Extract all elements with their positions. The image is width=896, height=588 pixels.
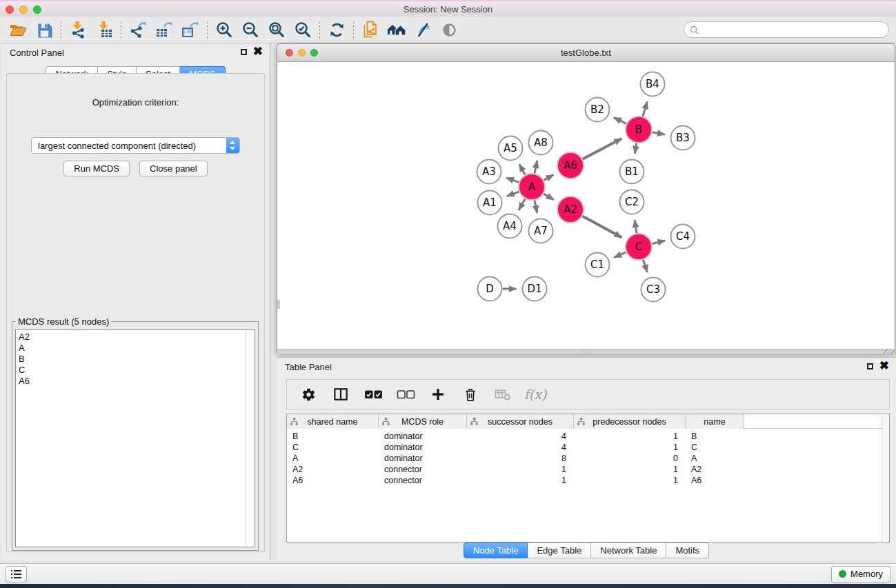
edge-A-A2[interactable] xyxy=(544,194,554,200)
import-network-icon[interactable] xyxy=(67,19,89,40)
tab-edge-table[interactable]: Edge Table xyxy=(528,543,591,558)
node-D1[interactable]: D1 xyxy=(523,277,547,301)
table-cell[interactable]: 1 xyxy=(574,475,686,486)
node-C[interactable]: C xyxy=(626,234,652,260)
close-panel-icon[interactable]: ✖ xyxy=(879,361,889,371)
table-cell[interactable]: C xyxy=(686,442,744,453)
table-cell[interactable]: 1 xyxy=(574,431,686,442)
table-cell[interactable]: 1 xyxy=(467,464,574,475)
refresh-icon[interactable] xyxy=(326,19,348,40)
optimization-criterion-select[interactable]: largest connected component (directed) xyxy=(31,137,240,154)
window-titlebar[interactable]: Session: New Session xyxy=(0,0,896,17)
node-A2[interactable]: A2 xyxy=(557,196,584,223)
minimize-window-button[interactable] xyxy=(19,6,28,14)
edge-B-B4[interactable] xyxy=(643,101,648,116)
toggle-graphics-details-icon[interactable] xyxy=(412,19,434,40)
tab-node-table[interactable]: Node Table xyxy=(464,543,528,558)
maximize-network-button[interactable] xyxy=(310,49,318,57)
table-cell[interactable]: B xyxy=(686,431,744,442)
edge-A-A4[interactable] xyxy=(519,199,525,210)
clone-network-icon[interactable] xyxy=(359,19,381,40)
table-cell[interactable]: dominator xyxy=(379,442,467,453)
table-cell[interactable]: connector xyxy=(379,464,467,475)
edge-A6-B[interactable] xyxy=(583,139,622,159)
table-cell[interactable]: A xyxy=(686,453,744,464)
node-A8[interactable]: A8 xyxy=(529,131,553,155)
save-session-icon[interactable] xyxy=(33,19,55,40)
table-cell[interactable]: A6 xyxy=(287,475,379,486)
task-history-button[interactable] xyxy=(6,566,27,582)
node-A7[interactable]: A7 xyxy=(529,219,553,243)
tab-motifs[interactable]: Motifs xyxy=(666,543,709,558)
edge-C-C4[interactable] xyxy=(652,241,665,243)
node-C2[interactable]: C2 xyxy=(620,190,644,214)
select-all-icon[interactable] xyxy=(364,384,383,405)
edge-B-B2[interactable] xyxy=(614,118,626,124)
table-row[interactable]: Cdominator41C xyxy=(287,442,889,453)
maximize-window-button[interactable] xyxy=(33,6,41,14)
table-scrollbar[interactable] xyxy=(882,415,888,541)
table-row[interactable]: Adominator80A xyxy=(287,453,889,464)
function-builder-icon[interactable]: f(x) xyxy=(526,384,545,405)
edge-A2-C[interactable] xyxy=(583,216,622,238)
table-cell[interactable]: A xyxy=(287,453,379,464)
close-window-button[interactable] xyxy=(6,6,14,14)
node-B[interactable]: B xyxy=(626,116,652,143)
search-input[interactable] xyxy=(702,24,883,36)
table-cell[interactable]: dominator xyxy=(379,453,467,464)
node-A3[interactable]: A3 xyxy=(477,160,501,184)
table-cell[interactable]: 4 xyxy=(467,442,574,453)
table-row[interactable]: Bdominator41B xyxy=(287,431,889,442)
resize-grip-icon[interactable] xyxy=(883,349,894,354)
column-header-shared-name[interactable]: shared name xyxy=(287,414,379,429)
close-network-button[interactable] xyxy=(286,49,293,57)
node-C3[interactable]: C3 xyxy=(641,278,666,302)
delete-table-icon[interactable] xyxy=(493,384,512,405)
add-column-icon[interactable] xyxy=(428,384,448,405)
birds-eye-icon[interactable] xyxy=(438,19,460,40)
network-canvas[interactable]: B4B2BB3A8A5A6B1A3AA1C2A2A4A7C4CC1C3DD1 xyxy=(277,62,895,349)
edge-A-A7[interactable] xyxy=(535,201,537,213)
memory-button[interactable]: Memory xyxy=(831,566,890,582)
search-box[interactable] xyxy=(684,21,889,38)
close-panel-icon[interactable]: ✖ xyxy=(253,47,263,57)
node-C1[interactable]: C1 xyxy=(586,253,610,277)
gear-icon[interactable] xyxy=(299,384,318,405)
mcds-result-item[interactable]: A2 xyxy=(19,332,252,343)
edge-C-C3[interactable] xyxy=(643,260,647,272)
table-cell[interactable]: A6 xyxy=(686,475,744,486)
table-cell[interactable]: C xyxy=(287,442,379,453)
run-mcds-button[interactable]: Run MCDS xyxy=(63,161,130,176)
show-all-networks-icon[interactable] xyxy=(386,19,408,40)
node-A[interactable]: A xyxy=(519,174,545,200)
column-header-mcds-role[interactable]: MCDS role xyxy=(379,414,467,429)
table-row[interactable]: A2connector11A2 xyxy=(287,464,889,475)
mcds-result-item[interactable]: C xyxy=(19,365,252,376)
edge-B-B3[interactable] xyxy=(653,132,665,134)
zoom-in-icon[interactable] xyxy=(213,19,235,40)
delete-icon[interactable] xyxy=(461,384,480,405)
node-B1[interactable]: B1 xyxy=(620,160,644,184)
column-header-predecessor-nodes[interactable]: predecessor nodes xyxy=(574,414,686,429)
split-columns-icon[interactable] xyxy=(331,384,350,405)
tab-network-table[interactable]: Network Table xyxy=(591,543,666,558)
column-header-name[interactable]: name xyxy=(686,414,744,429)
column-header-successor-nodes[interactable]: successor nodes xyxy=(467,414,574,429)
edge-C-C1[interactable] xyxy=(614,252,626,258)
table-cell[interactable]: A2 xyxy=(287,464,379,475)
edge-A-A1[interactable] xyxy=(507,192,519,196)
export-table-icon[interactable] xyxy=(153,19,175,40)
edge-A-A8[interactable] xyxy=(535,161,537,173)
table-cell[interactable]: 1 xyxy=(574,464,686,475)
table-cell[interactable]: connector xyxy=(379,475,467,486)
node-B4[interactable]: B4 xyxy=(641,72,665,97)
table-cell[interactable]: 1 xyxy=(574,442,686,453)
edge-B-B1[interactable] xyxy=(635,143,636,154)
node-A6[interactable]: A6 xyxy=(557,152,584,179)
table-cell[interactable]: 8 xyxy=(467,453,574,464)
node-B3[interactable]: B3 xyxy=(671,126,695,150)
zoom-fit-icon[interactable] xyxy=(266,19,288,40)
node-C4[interactable]: C4 xyxy=(671,225,695,249)
table-cell[interactable]: 4 xyxy=(467,431,574,442)
mcds-result-item[interactable]: B xyxy=(19,354,252,365)
